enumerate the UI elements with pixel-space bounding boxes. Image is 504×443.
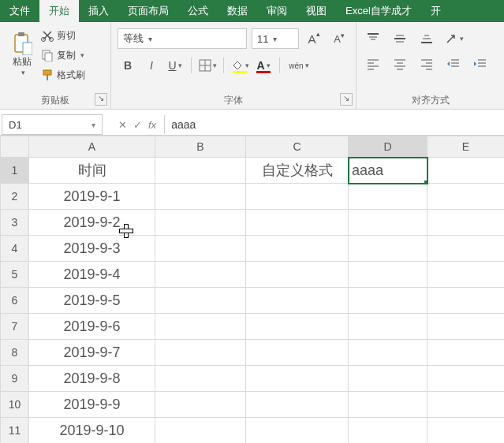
dialog-launcher-icon[interactable]: ↘	[340, 93, 353, 106]
paste-button[interactable]: 粘贴 ▾	[5, 25, 39, 82]
cell-C4[interactable]	[246, 236, 349, 262]
row-header-1[interactable]: 1	[1, 158, 29, 184]
dialog-launcher-icon[interactable]: ↘	[95, 93, 107, 106]
cell-E2[interactable]	[427, 184, 505, 210]
fx-button[interactable]: fx	[148, 119, 156, 131]
row-header-6[interactable]: 6	[1, 288, 29, 314]
cell-A8[interactable]: 2019-9-7	[29, 340, 155, 366]
cell-E10[interactable]	[427, 392, 505, 418]
cell-E11[interactable]	[427, 418, 505, 444]
select-all-corner[interactable]	[1, 136, 29, 158]
cell-D4[interactable]	[349, 236, 427, 262]
cell-C1[interactable]: 自定义格式	[246, 158, 349, 184]
cell-D1[interactable]: aaaa	[349, 158, 427, 184]
align-bottom-button[interactable]	[416, 30, 437, 47]
cell-A10[interactable]: 2019-9-9	[29, 392, 155, 418]
phonetic-guide-button[interactable]: wén ▾	[286, 55, 312, 76]
tab-数据[interactable]: 数据	[218, 0, 257, 22]
bold-button[interactable]: B	[118, 55, 138, 76]
confirm-formula-button[interactable]: ✓	[133, 119, 142, 131]
col-header-B[interactable]: B	[155, 136, 246, 158]
font-name-combo[interactable]: 等线 ▾	[118, 28, 247, 49]
cell-A2[interactable]: 2019-9-1	[29, 184, 155, 210]
tab-视图[interactable]: 视图	[297, 0, 336, 22]
cell-B4[interactable]	[155, 236, 246, 262]
row-header-10[interactable]: 10	[1, 392, 29, 418]
row-header-5[interactable]: 5	[1, 262, 29, 288]
cell-E6[interactable]	[427, 288, 505, 314]
cell-C9[interactable]	[246, 366, 349, 392]
cell-B5[interactable]	[155, 262, 246, 288]
name-box[interactable]: D1 ▾	[2, 114, 103, 135]
row-header-9[interactable]: 9	[1, 366, 29, 392]
cell-A5[interactable]: 2019-9-4	[29, 262, 155, 288]
font-size-combo[interactable]: 11 ▾	[252, 28, 299, 49]
cell-C10[interactable]	[246, 392, 349, 418]
cell-A1[interactable]: 时间	[29, 158, 155, 184]
increase-font-button[interactable]: A▴	[304, 28, 324, 49]
align-right-button[interactable]	[416, 55, 437, 73]
orientation-button[interactable]: ▾	[443, 30, 464, 47]
cell-E3[interactable]	[427, 210, 505, 236]
cell-B1[interactable]	[155, 158, 246, 184]
align-top-button[interactable]	[363, 30, 383, 47]
row-header-11[interactable]: 11	[1, 418, 29, 444]
borders-button[interactable]: ▾	[197, 55, 218, 76]
cell-B7[interactable]	[155, 314, 246, 340]
cell-B3[interactable]	[155, 210, 246, 236]
row-header-8[interactable]: 8	[1, 340, 29, 366]
cell-A3[interactable]: 2019-9-2	[29, 210, 155, 236]
row-header-3[interactable]: 3	[1, 210, 29, 236]
tab-开[interactable]: 开	[421, 0, 450, 22]
cell-C6[interactable]	[246, 288, 349, 314]
tab-开始[interactable]: 开始	[39, 0, 79, 22]
cell-D8[interactable]	[349, 340, 427, 366]
copy-button[interactable]: 复制 ▾	[39, 47, 87, 64]
cell-D7[interactable]	[349, 314, 427, 340]
cell-D2[interactable]	[349, 184, 427, 210]
cell-E5[interactable]	[427, 262, 505, 288]
cell-E8[interactable]	[427, 340, 505, 366]
cell-E1[interactable]	[427, 158, 505, 184]
tab-页面布局[interactable]: 页面布局	[118, 0, 178, 22]
decrease-font-button[interactable]: A▾	[329, 28, 349, 49]
cell-C2[interactable]	[246, 184, 349, 210]
italic-button[interactable]: I	[141, 55, 162, 76]
cell-B9[interactable]	[155, 366, 246, 392]
tab-Excel自学成才[interactable]: Excel自学成才	[336, 0, 421, 22]
cell-D10[interactable]	[349, 392, 427, 418]
align-middle-button[interactable]	[390, 30, 410, 47]
decrease-indent-button[interactable]	[443, 55, 464, 73]
cell-D9[interactable]	[349, 366, 427, 392]
cell-A7[interactable]: 2019-9-6	[29, 314, 155, 340]
cancel-formula-button[interactable]: ✕	[118, 119, 127, 131]
tab-审阅[interactable]: 审阅	[257, 0, 297, 22]
tab-文件[interactable]: 文件	[0, 0, 39, 22]
cell-C7[interactable]	[246, 314, 349, 340]
increase-indent-button[interactable]	[470, 55, 491, 73]
col-header-D[interactable]: D	[349, 136, 427, 158]
tab-插入[interactable]: 插入	[79, 0, 118, 22]
underline-button[interactable]: U▾	[165, 55, 185, 76]
align-left-button[interactable]	[363, 55, 383, 73]
cut-button[interactable]: 剪切	[39, 27, 87, 44]
cell-B10[interactable]	[155, 392, 246, 418]
tab-公式[interactable]: 公式	[178, 0, 218, 22]
cell-D11[interactable]	[349, 418, 427, 444]
cell-E4[interactable]	[427, 236, 505, 262]
cell-E9[interactable]	[427, 366, 505, 392]
cell-A11[interactable]: 2019-9-10	[29, 418, 155, 444]
cell-B6[interactable]	[155, 288, 246, 314]
col-header-A[interactable]: A	[29, 136, 155, 158]
cell-A6[interactable]: 2019-9-5	[29, 288, 155, 314]
cell-A9[interactable]: 2019-9-8	[29, 366, 155, 392]
font-color-button[interactable]: A ▾	[253, 55, 274, 76]
cell-D5[interactable]	[349, 262, 427, 288]
cell-C8[interactable]	[246, 340, 349, 366]
row-header-2[interactable]: 2	[1, 184, 29, 210]
cell-C11[interactable]	[246, 418, 349, 444]
fill-color-button[interactable]: ▾	[230, 55, 250, 76]
row-header-7[interactable]: 7	[1, 314, 29, 340]
col-header-E[interactable]: E	[427, 136, 505, 158]
formula-input[interactable]	[164, 115, 504, 134]
